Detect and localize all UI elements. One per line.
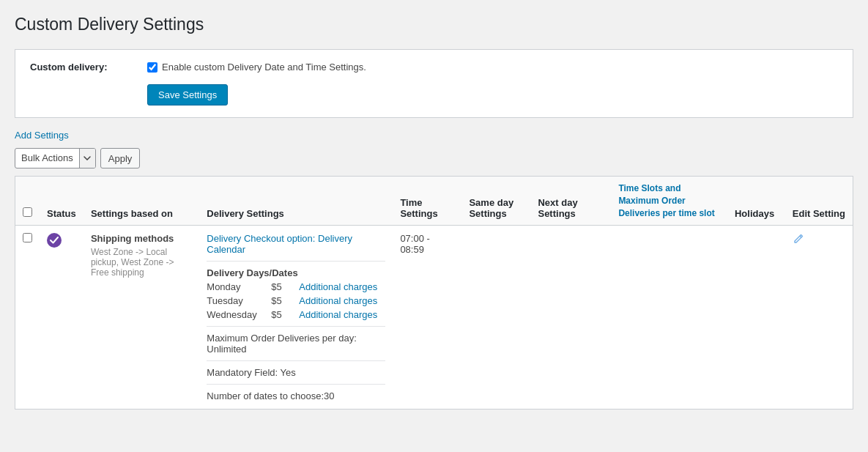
pencil-svg <box>793 233 804 245</box>
mandatory-text: Mandatory Field: Yes <box>207 367 295 378</box>
day-price-wednesday: $5 <box>271 309 293 320</box>
edit-pencil-icon[interactable] <box>793 233 804 248</box>
bulk-actions-arrow-icon[interactable] <box>79 148 95 168</box>
row-holidays-cell <box>727 226 785 410</box>
settings-box: Custom delivery: Enable custom Delivery … <box>15 49 853 118</box>
custom-delivery-checkbox-label[interactable]: Enable custom Delivery Date and Time Set… <box>147 62 366 73</box>
chevron-down-icon <box>84 156 91 160</box>
header-edit-setting: Edit Setting <box>785 177 853 226</box>
day-name-tuesday: Tuesday <box>207 295 265 306</box>
day-price-tuesday: $5 <box>271 295 293 306</box>
add-charges-tuesday[interactable]: Additional charges <box>299 295 377 306</box>
row-same-day-cell <box>461 226 530 410</box>
day-name-monday: Monday <box>207 281 265 292</box>
time-settings-value: 07:00 - 08:59 <box>400 233 429 255</box>
row-time-settings-cell: 07:00 - 08:59 <box>393 226 461 410</box>
header-status: Status <box>40 177 84 226</box>
row-checkbox-cell <box>15 226 40 410</box>
header-same-day-settings: Same day Settings <box>461 177 530 226</box>
header-holidays: Holidays <box>727 177 785 226</box>
max-order-section: Maximum Order Deliveries per day: Unlimi… <box>207 326 385 355</box>
row-settings-based-cell: Shipping methods West Zone -> Local pick… <box>84 226 199 410</box>
add-charges-monday[interactable]: Additional charges <box>299 281 377 292</box>
table-row: Shipping methods West Zone -> Local pick… <box>15 226 853 410</box>
add-settings-link[interactable]: Add Settings <box>15 130 69 141</box>
save-settings-button[interactable]: Save Settings <box>147 84 228 105</box>
checkmark-icon <box>50 237 59 244</box>
day-row-wednesday: Wednesday $5 Additional charges <box>207 309 385 320</box>
row-checkbox[interactable] <box>23 233 32 242</box>
header-settings-based-on: Settings based on <box>84 177 199 226</box>
bulk-actions-bar: Bulk Actions Apply <box>15 148 853 168</box>
page-title: Custom Delivery Settings <box>15 15 853 34</box>
bulk-actions-label: Bulk Actions <box>15 148 79 168</box>
row-status-cell <box>40 226 84 410</box>
custom-delivery-checkbox[interactable] <box>147 62 157 73</box>
select-all-checkbox[interactable] <box>23 207 32 217</box>
shipping-method-title: Shipping methods <box>91 233 192 244</box>
delivery-days-title: Delivery Days/Dates <box>207 261 385 278</box>
add-charges-wednesday[interactable]: Additional charges <box>299 309 377 320</box>
bulk-actions-select[interactable]: Bulk Actions <box>15 148 96 168</box>
header-delivery-settings: Delivery Settings <box>199 177 393 226</box>
delivery-checkout-label: Delivery Checkout option: <box>207 233 315 244</box>
day-row-tuesday: Tuesday $5 Additional charges <box>207 295 385 306</box>
row-time-slots-cell <box>611 226 727 410</box>
apply-button[interactable]: Apply <box>100 148 141 168</box>
row-delivery-settings-cell: Delivery Checkout option: Delivery Calen… <box>199 226 393 410</box>
time-slots-header-text: Time Slots and Maximum Order Deliveries … <box>618 183 714 218</box>
table-header-row: Status Settings based on Delivery Settin… <box>15 177 853 226</box>
page-container: Custom Delivery Settings Custom delivery… <box>0 0 868 452</box>
num-dates-text: Number of dates to choose:30 <box>207 390 334 401</box>
status-active-icon <box>47 233 62 248</box>
header-next-day-settings: Next day Settings <box>530 177 611 226</box>
settings-table: Status Settings based on Delivery Settin… <box>15 176 853 410</box>
header-time-slots: Time Slots and Maximum Order Deliveries … <box>611 177 727 226</box>
mandatory-section: Mandatory Field: Yes <box>207 360 385 378</box>
custom-delivery-row: Custom delivery: Enable custom Delivery … <box>30 62 838 73</box>
delivery-checkout-option: Delivery Checkout option: Delivery Calen… <box>207 233 385 255</box>
max-order-text: Maximum Order Deliveries per day: Unlimi… <box>207 333 356 355</box>
num-dates-section: Number of dates to choose:30 <box>207 384 385 401</box>
checkbox-text: Enable custom Delivery Date and Time Set… <box>162 62 366 73</box>
header-time-settings: Time Settings <box>393 177 461 226</box>
header-checkbox-col <box>15 177 40 226</box>
day-row-monday: Monday $5 Additional charges <box>207 281 385 292</box>
row-next-day-cell <box>530 226 611 410</box>
day-price-monday: $5 <box>271 281 293 292</box>
row-edit-cell <box>785 226 853 410</box>
shipping-method-detail: West Zone -> Local pickup, West Zone -> … <box>91 247 192 278</box>
day-name-wednesday: Wednesday <box>207 309 265 320</box>
custom-delivery-label: Custom delivery: <box>30 62 147 73</box>
